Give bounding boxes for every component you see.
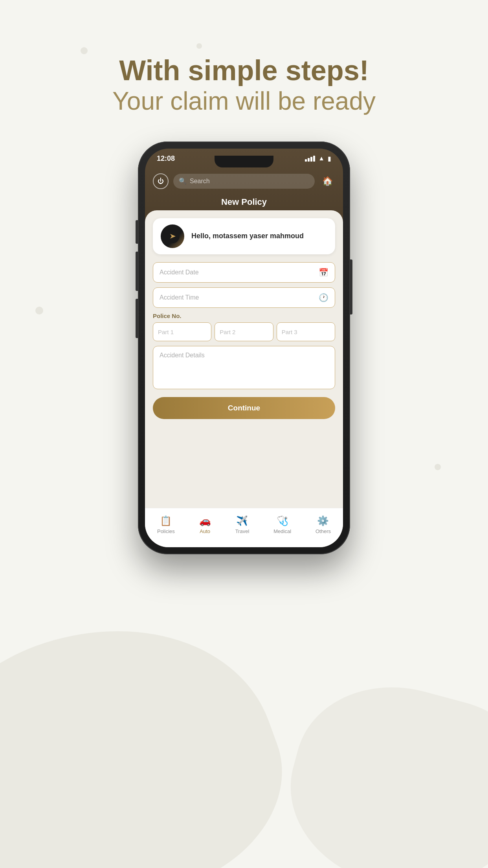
nav-item-policies[interactable]: 📋 Policies bbox=[157, 515, 175, 534]
police-part3-placeholder: Part 3 bbox=[282, 329, 297, 335]
page-header: With simple steps! Your claim will be re… bbox=[0, 55, 488, 116]
others-icon: ⚙️ bbox=[317, 515, 329, 526]
header-line1: With simple steps! bbox=[0, 55, 488, 86]
search-bar[interactable]: 🔍 Search bbox=[173, 174, 315, 189]
search-placeholder: Search bbox=[190, 178, 210, 185]
police-part2-field[interactable]: Part 2 bbox=[215, 322, 273, 341]
nav-label-policies: Policies bbox=[157, 528, 175, 534]
nav-label-auto: Auto bbox=[200, 528, 210, 534]
policies-icon: 📋 bbox=[160, 515, 172, 526]
power-button[interactable]: ⏻ bbox=[153, 173, 169, 189]
accident-details-field[interactable]: Accident Details bbox=[153, 346, 335, 389]
accident-time-placeholder: Accident Time bbox=[160, 294, 199, 301]
nav-label-travel: Travel bbox=[235, 528, 250, 534]
app-header: ⏻ 🔍 Search 🏠 bbox=[145, 168, 343, 194]
phone-notch bbox=[215, 156, 273, 167]
accident-date-field[interactable]: Accident Date 📅 bbox=[153, 262, 335, 283]
screen-title: New Policy bbox=[145, 194, 343, 210]
nav-label-others: Others bbox=[316, 528, 331, 534]
police-part1-placeholder: Part 1 bbox=[158, 329, 174, 335]
calendar-time-icon: 🕐 bbox=[319, 293, 328, 302]
phone-volume-silent bbox=[136, 220, 138, 244]
nav-label-medical: Medical bbox=[273, 528, 291, 534]
wave-background bbox=[0, 593, 488, 868]
nav-item-medical[interactable]: 🩺 Medical bbox=[273, 515, 291, 534]
card-area: Hello, motassem yaser mahmoud Accident D… bbox=[145, 210, 343, 547]
phone-outer: 12:08 ▲ ▮ ⏻ bbox=[138, 142, 350, 554]
signal-bars-icon bbox=[305, 156, 315, 162]
continue-button[interactable]: Continue bbox=[153, 397, 335, 419]
police-part1-field[interactable]: Part 1 bbox=[153, 322, 211, 341]
police-no-label: Police No. bbox=[153, 313, 335, 319]
accident-time-field[interactable]: Accident Time 🕐 bbox=[153, 287, 335, 308]
greeting-text: Hello, motassem yaser mahmoud bbox=[191, 231, 304, 241]
nav-item-auto[interactable]: 🚗 Auto bbox=[199, 515, 211, 534]
bottom-nav: 📋 Policies 🚗 Auto ✈️ Travel 🩺 Medical bbox=[145, 508, 343, 547]
header-line2: Your claim will be ready bbox=[0, 86, 488, 116]
police-part2-placeholder: Part 2 bbox=[220, 329, 235, 335]
travel-icon: ✈️ bbox=[236, 515, 248, 526]
home-button[interactable]: 🏠 bbox=[319, 173, 335, 189]
police-row: Part 1 Part 2 Part 3 bbox=[153, 322, 335, 341]
phone-volume-down bbox=[136, 299, 138, 338]
status-time: 12:08 bbox=[157, 154, 175, 163]
nav-item-others[interactable]: ⚙️ Others bbox=[316, 515, 331, 534]
greeting-card: Hello, motassem yaser mahmoud bbox=[153, 218, 335, 254]
accident-date-placeholder: Accident Date bbox=[160, 269, 199, 276]
police-part3-field[interactable]: Part 3 bbox=[277, 322, 335, 341]
phone-mockup: 12:08 ▲ ▮ ⏻ bbox=[138, 142, 350, 554]
status-icons: ▲ ▮ bbox=[305, 155, 331, 162]
auto-icon: 🚗 bbox=[199, 515, 211, 526]
phone-power-button bbox=[350, 259, 352, 314]
accident-details-placeholder: Accident Details bbox=[160, 352, 205, 359]
phone-screen: 12:08 ▲ ▮ ⏻ bbox=[145, 149, 343, 547]
calendar-date-icon: 📅 bbox=[319, 268, 328, 277]
battery-icon: ▮ bbox=[328, 155, 331, 162]
phone-volume-up bbox=[136, 252, 138, 291]
wifi-icon: ▲ bbox=[318, 155, 325, 162]
medical-icon: 🩺 bbox=[277, 515, 288, 526]
brand-logo bbox=[161, 224, 184, 248]
nav-item-travel[interactable]: ✈️ Travel bbox=[235, 515, 250, 534]
search-icon: 🔍 bbox=[179, 177, 187, 185]
